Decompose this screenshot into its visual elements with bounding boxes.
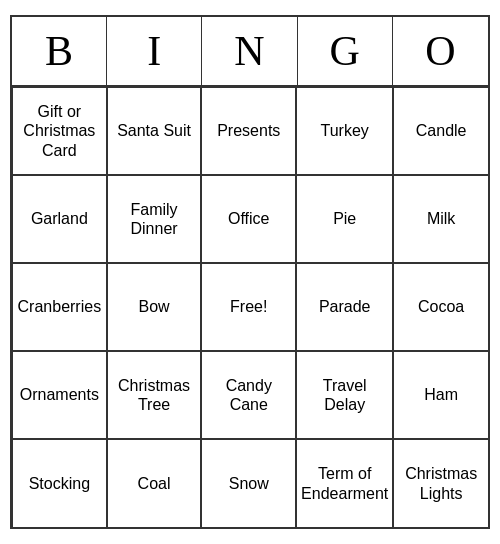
bingo-cell-7[interactable]: Office — [201, 175, 296, 263]
bingo-cell-6[interactable]: Family Dinner — [107, 175, 202, 263]
bingo-cell-18[interactable]: Travel Delay — [296, 351, 393, 439]
bingo-cell-12[interactable]: Free! — [201, 263, 296, 351]
bingo-cell-4[interactable]: Candle — [393, 87, 488, 175]
bingo-header: BINGO — [12, 17, 488, 87]
bingo-cell-16[interactable]: Christmas Tree — [107, 351, 202, 439]
bingo-cell-15[interactable]: Ornaments — [12, 351, 107, 439]
bingo-cell-1[interactable]: Santa Suit — [107, 87, 202, 175]
header-letter: I — [107, 17, 202, 85]
bingo-cell-19[interactable]: Ham — [393, 351, 488, 439]
bingo-cell-22[interactable]: Snow — [201, 439, 296, 527]
bingo-cell-21[interactable]: Coal — [107, 439, 202, 527]
bingo-cell-13[interactable]: Parade — [296, 263, 393, 351]
bingo-card: BINGO Gift or Christmas CardSanta SuitPr… — [10, 15, 490, 529]
bingo-grid: Gift or Christmas CardSanta SuitPresents… — [12, 87, 488, 527]
bingo-cell-20[interactable]: Stocking — [12, 439, 107, 527]
bingo-cell-0[interactable]: Gift or Christmas Card — [12, 87, 107, 175]
header-letter: N — [202, 17, 297, 85]
bingo-cell-11[interactable]: Bow — [107, 263, 202, 351]
header-letter: O — [393, 17, 488, 85]
bingo-cell-2[interactable]: Presents — [201, 87, 296, 175]
bingo-cell-14[interactable]: Cocoa — [393, 263, 488, 351]
bingo-cell-5[interactable]: Garland — [12, 175, 107, 263]
header-letter: G — [298, 17, 393, 85]
bingo-cell-23[interactable]: Term of Endearment — [296, 439, 393, 527]
header-letter: B — [12, 17, 107, 85]
bingo-cell-3[interactable]: Turkey — [296, 87, 393, 175]
bingo-cell-24[interactable]: Christmas Lights — [393, 439, 488, 527]
bingo-cell-9[interactable]: Milk — [393, 175, 488, 263]
bingo-cell-10[interactable]: Cranberries — [12, 263, 107, 351]
bingo-cell-8[interactable]: Pie — [296, 175, 393, 263]
bingo-cell-17[interactable]: Candy Cane — [201, 351, 296, 439]
